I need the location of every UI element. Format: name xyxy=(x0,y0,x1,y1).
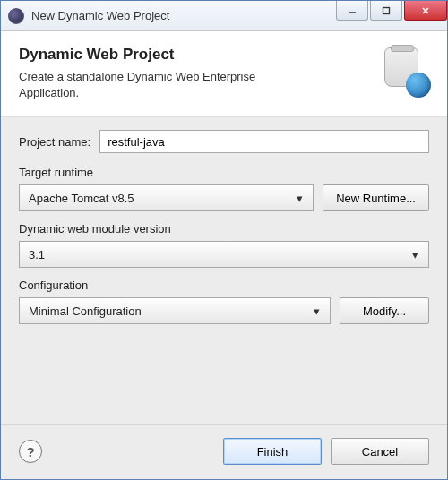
modify-button[interactable]: Modify... xyxy=(340,297,429,324)
window-title: New Dynamic Web Project xyxy=(31,9,334,22)
project-name-input[interactable] xyxy=(99,130,429,153)
target-runtime-select[interactable]: Apache Tomcat v8.5 ▾ xyxy=(19,184,314,211)
chevron-down-icon: ▾ xyxy=(308,304,324,318)
new-runtime-button[interactable]: New Runtime... xyxy=(323,184,429,211)
wizard-banner: Dynamic Web Project Create a standalone … xyxy=(1,31,447,117)
chevron-down-icon: ▾ xyxy=(407,248,423,261)
wizard-footer: ? Finish Cancel xyxy=(1,424,447,479)
banner-description: Create a standalone Dynamic Web Enterpri… xyxy=(19,69,288,100)
project-name-label: Project name: xyxy=(19,135,90,149)
svg-rect-1 xyxy=(383,7,390,13)
chevron-down-icon: ▾ xyxy=(291,192,307,205)
module-version-label: Dynamic web module version xyxy=(19,222,429,236)
target-runtime-label: Target runtime xyxy=(19,166,429,179)
window-controls xyxy=(334,1,447,30)
module-version-select[interactable]: 3.1 ▾ xyxy=(19,241,429,268)
help-button[interactable]: ? xyxy=(19,440,42,463)
wizard-content: Project name: Target runtime Apache Tomc… xyxy=(1,117,447,424)
configuration-value: Minimal Configuration xyxy=(29,304,308,318)
close-button[interactable] xyxy=(404,1,447,21)
target-runtime-value: Apache Tomcat v8.5 xyxy=(29,192,291,205)
minimize-button[interactable] xyxy=(336,1,368,21)
help-icon: ? xyxy=(26,444,34,459)
cancel-button[interactable]: Cancel xyxy=(331,438,429,465)
banner-title: Dynamic Web Project xyxy=(19,46,379,64)
dialog-window: New Dynamic Web Project Dynamic Web Proj… xyxy=(0,0,448,480)
web-project-icon xyxy=(379,46,429,96)
maximize-button[interactable] xyxy=(370,1,402,21)
configuration-select[interactable]: Minimal Configuration ▾ xyxy=(19,297,331,324)
configuration-label: Configuration xyxy=(19,279,429,292)
eclipse-icon xyxy=(8,8,24,24)
titlebar: New Dynamic Web Project xyxy=(1,1,447,31)
module-version-value: 3.1 xyxy=(29,248,407,261)
finish-button[interactable]: Finish xyxy=(223,438,322,465)
